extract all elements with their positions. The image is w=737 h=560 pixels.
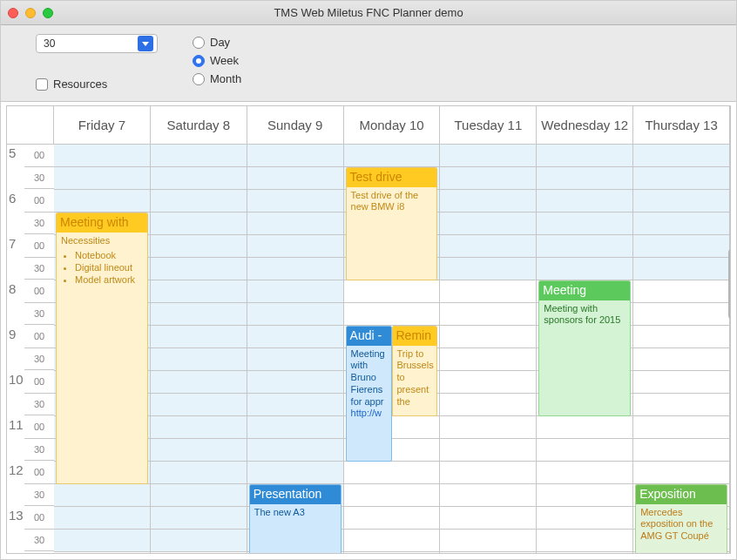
day-header: Friday 7 [54, 106, 151, 144]
event-body: Mercedes exposition on the AMG GT Coupé [636, 504, 727, 545]
event[interactable]: ReminTrip to Brussels to present the [392, 326, 438, 416]
event-link[interactable]: http://w [351, 408, 387, 420]
event[interactable]: ExpositionMercedes exposition on the AMG… [635, 484, 727, 553]
event-body: NecessitiesNotebookDigital lineoutModel … [57, 233, 147, 289]
day-header: Wednesday 12 [537, 106, 633, 144]
interval-select-value: 30 [44, 37, 55, 50]
planner: Friday 7Saturday 8Sunday 9Monday 10Tuesd… [6, 105, 731, 554]
hour-row: 50030 [7, 145, 54, 190]
view-month-label: Month [210, 72, 241, 85]
day-column[interactable]: Meeting withNecessitiesNotebookDigital l… [54, 145, 151, 553]
hour-row: 130030 [7, 507, 54, 552]
checkbox-icon [36, 78, 48, 91]
toolbar: 30 Resources Day Week Month [1, 25, 736, 102]
day-header-row: Friday 7Saturday 8Sunday 9Monday 10Tuesd… [7, 106, 730, 145]
radio-icon [193, 55, 205, 67]
day-header: Saturday 8 [151, 106, 247, 144]
event[interactable]: Meeting withNecessitiesNotebookDigital l… [56, 213, 148, 484]
minimize-icon[interactable] [25, 8, 36, 18]
day-column[interactable] [440, 145, 537, 553]
hour-row: 120030 [7, 462, 54, 507]
day-column[interactable]: ExpositionMercedes exposition on the AMG… [633, 145, 730, 553]
radio-icon [193, 37, 205, 49]
event-title: Exposition [636, 485, 727, 504]
day-header: Monday 10 [344, 106, 441, 144]
event-title: Meeting with [57, 213, 147, 233]
titlebar: TMS Web Miletus FNC Planner demo [1, 1, 736, 25]
hour-row: 60030 [7, 190, 54, 235]
event-body: Trip to Brussels to present the [393, 346, 437, 411]
time-gutter: 5003060030700308003090030100030110030120… [7, 145, 54, 553]
view-day-radio[interactable]: Day [193, 36, 241, 49]
event-body: The new A3 [250, 504, 341, 522]
day-header: Sunday 9 [247, 106, 344, 144]
hour-row: 70030 [7, 235, 54, 280]
zoom-icon[interactable] [43, 8, 53, 18]
event-body: Meeting with sponsors for 2015 [539, 300, 630, 330]
scrollbar-thumb[interactable] [728, 249, 731, 319]
window-title: TMS Web Miletus FNC Planner demo [53, 6, 684, 19]
event[interactable]: Audi -Meeting with Bruno Fierens for app… [346, 326, 392, 462]
event-title: Remin [393, 327, 437, 346]
day-column[interactable]: MeetingMeeting with sponsors for 2015 [537, 145, 633, 553]
day-column[interactable]: Test driveTest drive of the new BMW i8Au… [344, 145, 441, 553]
event-title: Meeting [539, 281, 630, 300]
hour-row: 80030 [7, 280, 54, 326]
event-title: Test drive [347, 168, 437, 187]
radio-icon [193, 73, 205, 85]
view-mode-group: Day Week Month [193, 34, 241, 85]
view-month-radio[interactable]: Month [193, 72, 241, 85]
scrollbar[interactable] [727, 145, 731, 553]
day-header: Thursday 13 [633, 106, 730, 144]
resources-checkbox[interactable]: Resources [36, 78, 158, 91]
hour-row: 90030 [7, 326, 54, 371]
resources-label: Resources [53, 78, 107, 91]
view-week-radio[interactable]: Week [193, 54, 241, 67]
event[interactable]: Test driveTest drive of the new BMW i8 [346, 167, 438, 280]
event-body: Test drive of the new BMW i8 [347, 187, 437, 217]
view-day-label: Day [210, 36, 230, 49]
hour-row: 100030 [7, 371, 54, 416]
close-icon[interactable] [8, 8, 18, 18]
time-gutter-header [7, 106, 54, 144]
event-title: Audi - [347, 327, 391, 346]
day-column[interactable] [151, 145, 247, 553]
day-column[interactable]: PresentationThe new A3 [247, 145, 344, 553]
hour-row: 110030 [7, 416, 54, 462]
event[interactable]: MeetingMeeting with sponsors for 2015 [538, 280, 631, 416]
event-title: Presentation [250, 485, 341, 504]
view-week-label: Week [210, 54, 239, 67]
event-body: Meeting with Bruno Fierens for apprhttp:… [347, 346, 391, 423]
event[interactable]: PresentationThe new A3 [249, 484, 341, 553]
day-header: Tuesday 11 [440, 106, 537, 144]
planner-scroll[interactable]: 5003060030700308003090030100030110030120… [7, 145, 730, 553]
chevron-down-icon [138, 36, 153, 51]
interval-select[interactable]: 30 [36, 34, 158, 53]
traffic-lights [8, 8, 53, 18]
app-window: TMS Web Miletus FNC Planner demo 30 Reso… [0, 0, 737, 560]
